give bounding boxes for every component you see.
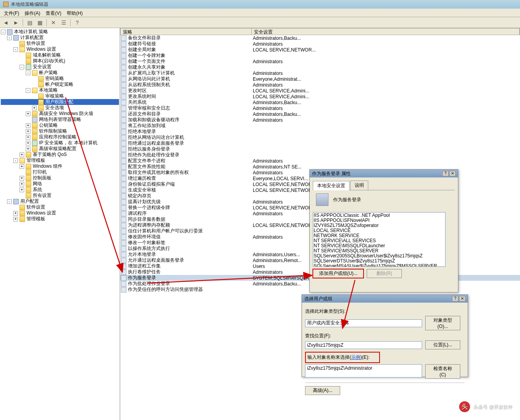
tree-item[interactable]: +Windows 组件 — [1, 163, 119, 169]
menu-file[interactable]: 文件(F) — [2, 9, 21, 16]
tree-item[interactable]: 帐户锁定策略 — [1, 82, 119, 87]
tab-local-security[interactable]: 本地安全设置 — [313, 181, 350, 190]
show-hide-button[interactable]: ▦ — [35, 18, 44, 27]
tree-item[interactable]: -计算机配置 — [1, 35, 119, 41]
tree-item[interactable]: +Windows 设置 — [1, 210, 119, 216]
expander-icon[interactable]: + — [13, 217, 18, 222]
user-list[interactable]: IIS APPPOOL\Classic .NET AppPoolIIS APPP… — [313, 212, 445, 267]
tree-item[interactable]: 密码策略 — [1, 76, 119, 82]
list-row[interactable]: 配置文件系统性能Administrators,NT SE... — [120, 164, 520, 170]
tree-item[interactable]: +软件限制策略 — [1, 128, 119, 134]
expander-icon[interactable]: - — [26, 88, 30, 93]
tab-description[interactable]: 说明 — [350, 181, 368, 190]
tree-item[interactable]: 用户权限分配 — [1, 99, 119, 105]
forward-button[interactable]: ► — [12, 18, 20, 27]
expander-icon[interactable]: - — [13, 47, 18, 52]
expander-icon[interactable]: + — [26, 135, 30, 140]
list-row[interactable]: 加载和卸载设备驱动程序Administrators — [120, 117, 520, 123]
list-row[interactable]: 从远程系统强制关机Administrators — [120, 82, 520, 88]
list-row[interactable]: 拒绝通过远程桌面服务登录 — [120, 140, 520, 146]
expander-icon[interactable]: + — [20, 176, 24, 181]
locations-button[interactable]: 位置(L)... — [425, 340, 460, 349]
tree-item[interactable]: 审核策略 — [1, 93, 119, 99]
tree-item[interactable]: -安全设置 — [1, 64, 119, 70]
col-security[interactable]: 安全设置 — [252, 28, 520, 35]
expander-icon[interactable]: - — [13, 158, 18, 163]
expander-icon[interactable]: + — [13, 211, 18, 216]
expander-icon[interactable]: + — [20, 188, 24, 192]
tree-item[interactable]: 软件设置 — [1, 204, 119, 210]
tree-item[interactable]: +高级安全 Windows 防火墙 — [1, 111, 119, 117]
list-row[interactable]: 拒绝本地登录 — [120, 129, 520, 135]
back-button[interactable]: ◄ — [2, 18, 10, 27]
list-row[interactable]: 备份文件和目录Administrators,Backu... — [120, 35, 520, 41]
examples-link[interactable]: 示例 — [351, 354, 360, 360]
tree-item[interactable]: 脚本(启动/关机) — [1, 58, 119, 64]
list-row[interactable]: 从网络访问此计算机Everyone,Administrat... — [120, 76, 520, 82]
expander-icon[interactable]: + — [20, 152, 24, 157]
expander-icon[interactable]: + — [26, 141, 30, 145]
expander-icon[interactable]: + — [26, 112, 30, 116]
tree-item[interactable]: +高级审核策略配置 — [1, 146, 119, 152]
expander-icon[interactable]: + — [20, 164, 24, 169]
tree-item[interactable]: -本地策略 — [1, 87, 119, 93]
up-button[interactable]: ▤ — [25, 18, 34, 27]
tree-item[interactable]: -本地计算机 策略 — [1, 29, 119, 35]
help-icon[interactable]: ? — [452, 296, 458, 301]
expander-icon[interactable]: + — [26, 129, 30, 134]
expander-icon[interactable]: + — [20, 182, 24, 186]
expander-icon[interactable]: + — [26, 147, 30, 151]
menu-view[interactable]: 查看(V) — [43, 9, 64, 16]
tree-item[interactable]: 打印机 — [1, 169, 119, 175]
tree-item[interactable]: -帐户策略 — [1, 70, 119, 76]
list-row[interactable]: 创建一个页面文件Administrators — [120, 58, 520, 64]
list-row[interactable]: 创建全局对象LOCAL SERVICE,NETWOR... — [120, 47, 520, 53]
list-row[interactable]: 更改时区LOCAL SERVICE,Admini... — [120, 88, 520, 94]
tree-item[interactable]: -用户配置 — [1, 198, 119, 204]
tree-item[interactable]: 网络列表管理器策略 — [1, 117, 119, 122]
expander-icon[interactable]: - — [26, 71, 30, 75]
list-row[interactable]: 拒绝以服务身份登录 — [120, 146, 520, 152]
tree-item[interactable]: 所有设置 — [1, 193, 119, 198]
tree-item[interactable]: +安全选项 — [1, 105, 119, 111]
delete-button[interactable]: ✕ — [49, 18, 58, 27]
list-row[interactable]: 还原文件和目录Administrators,Backu... — [120, 111, 520, 117]
menu-action[interactable]: 操作(A) — [22, 9, 43, 16]
list-row[interactable]: 创建符号链接Administrators — [120, 41, 520, 47]
list-row[interactable]: 配置文件单个进程Administrators — [120, 158, 520, 164]
tree-item[interactable]: 软件设置 — [1, 41, 119, 46]
list-row[interactable]: 创建永久共享对象 — [120, 64, 520, 70]
check-names-button[interactable]: 检查名称(C) — [425, 364, 460, 379]
col-policy[interactable]: 策略 — [121, 28, 252, 35]
expander-icon[interactable]: + — [26, 123, 30, 128]
list-row[interactable]: 更改系统时间LOCAL SERVICE,Admini... — [120, 94, 520, 99]
list-row[interactable]: 从扩展坞上取下计算机Administrators — [120, 70, 520, 76]
properties-button[interactable]: ☰ — [59, 18, 68, 27]
add-user-button[interactable]: 添加用户或组(U)... — [313, 269, 364, 278]
advanced-button[interactable]: 高级(A)... — [305, 386, 340, 395]
expander-icon[interactable]: - — [7, 35, 12, 40]
tree-item[interactable]: +网络 — [1, 181, 119, 187]
tree-item[interactable]: +控制面板 — [1, 175, 119, 181]
close-icon[interactable]: ✕ — [449, 171, 456, 176]
properties-dialog-title[interactable]: 作为服务登录 属性 ? ✕ — [310, 170, 458, 177]
list-row[interactable]: 将工作站添加到域 — [120, 123, 520, 129]
list-row[interactable]: 拒绝从网络访问这台计算机 — [120, 135, 520, 140]
tree-item[interactable]: +管理模板 — [1, 216, 119, 222]
user-list-item[interactable]: SQLServerMSASUser$iZvy8sz175mjqsZ$MSSQLS… — [314, 264, 445, 267]
help-button[interactable]: ? — [73, 18, 82, 27]
object-types-button[interactable]: 对象类型(O)... — [425, 316, 460, 330]
select-dialog-title[interactable]: 选择用户或组 ? ✕ — [302, 295, 468, 303]
expander-icon[interactable]: - — [1, 30, 5, 34]
help-icon[interactable]: ? — [442, 171, 449, 176]
tree-pane[interactable]: -本地计算机 策略-计算机配置软件设置-Windows 设置域名解析策略脚本(启… — [0, 28, 120, 420]
expander-icon[interactable]: - — [20, 65, 24, 69]
tree-item[interactable]: +系统 — [1, 187, 119, 193]
tree-item[interactable]: +基于策略的 QoS — [1, 152, 119, 158]
list-row[interactable]: 管理审核和安全日志Administrators — [120, 105, 520, 111]
tree-item[interactable]: +应用程序控制策略 — [1, 134, 119, 140]
tree-item[interactable]: +公钥策略 — [1, 122, 119, 128]
tree-item[interactable]: +IP 安全策略，在 本地计算机 — [1, 140, 119, 146]
tree-item[interactable]: -管理模板 — [1, 158, 119, 163]
expander-icon[interactable]: + — [32, 106, 37, 110]
